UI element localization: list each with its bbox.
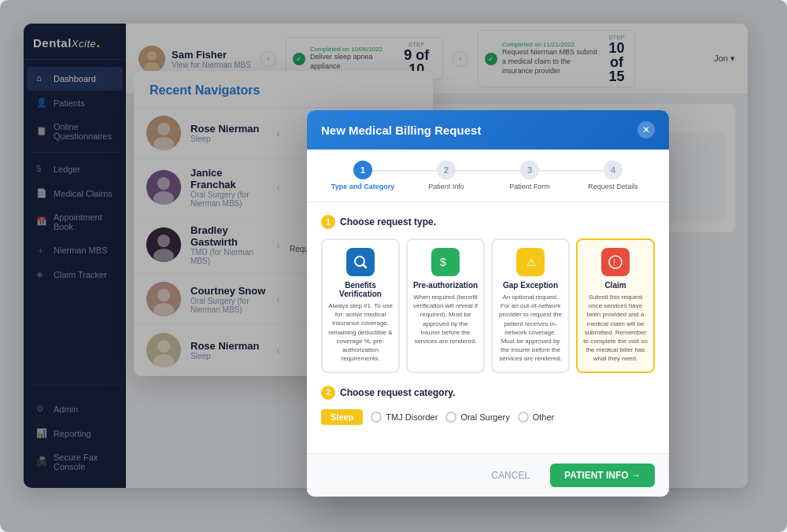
preauth-sub: When required (benefit verification will… [412, 293, 478, 345]
tmj-radio-circle [371, 412, 382, 423]
step-circle-3: 3 [520, 161, 539, 179]
dialog-header: New Medical Billing Request ✕ [307, 110, 669, 150]
step-label-4: Request Details [588, 183, 638, 190]
step-4: 4 Request Details [571, 161, 655, 190]
request-card-claim[interactable]: ! Claim Submit this request once service… [576, 238, 655, 373]
oral-surgery-radio[interactable]: Oral Surgery [445, 412, 509, 423]
category-section-label: 2 Choose request category. [321, 386, 655, 400]
step-1: 1 Type and Category [321, 161, 405, 190]
benefits-icon [346, 248, 375, 276]
other-radio[interactable]: Other [518, 412, 555, 423]
request-types-grid: Benefits Verification Always step #1. To… [321, 238, 655, 373]
other-radio-circle [518, 412, 529, 423]
step-circle-1: 1 [353, 161, 372, 179]
oral-surgery-label: Oral Surgery [460, 412, 509, 422]
svg-point-22 [609, 256, 622, 268]
step-label-2: Patient Info [428, 183, 464, 190]
claim-title: Claim [582, 281, 648, 290]
category-row: Sleep TMJ Disorder Oral Surgery Other [321, 409, 655, 425]
patient-info-button[interactable]: PATIENT INFO → [550, 464, 655, 487]
patient-info-label: PATIENT INFO → [564, 470, 641, 481]
benefits-sub: Always step #1. To use for: active medic… [327, 301, 394, 363]
request-type-label: Choose request type. [340, 216, 436, 227]
gap-icon: ⚠ [516, 248, 545, 276]
request-card-preauth[interactable]: $ Pre-authorization When required (benef… [406, 238, 485, 373]
other-label: Other [533, 412, 555, 422]
dialog-stepper: 1 Type and Category 2 Patient Info 3 Pat… [307, 150, 669, 202]
svg-text:⚠: ⚠ [527, 256, 537, 268]
cancel-button[interactable]: CANCEL [478, 464, 542, 487]
gap-sub: An optional request. For an out-of-netwo… [497, 293, 563, 364]
step-3: 3 Patient Form [488, 161, 571, 190]
medical-billing-dialog: New Medical Billing Request ✕ 1 Type and… [307, 110, 669, 497]
benefits-title: Benefits Verification [327, 281, 394, 298]
tmj-label: TMJ Disorder [386, 412, 438, 422]
gap-title: Gap Exception [497, 281, 563, 290]
request-card-gap[interactable]: ⚠ Gap Exception An optional request. For… [491, 238, 570, 373]
step-2: 2 Patient Info [405, 161, 488, 190]
step-circle-4: 4 [604, 161, 623, 179]
svg-line-19 [364, 265, 367, 268]
dialog-footer: CANCEL PATIENT INFO → [307, 453, 669, 497]
oral-surgery-radio-circle [445, 412, 456, 423]
svg-text:$: $ [440, 256, 446, 268]
tmj-radio[interactable]: TMJ Disorder [371, 412, 438, 423]
preauth-title: Pre-authorization [412, 281, 478, 290]
step-circle-2: 2 [437, 161, 456, 179]
dialog-body: 1 Choose request type. Benefits Verifica… [307, 202, 669, 453]
request-type-section-label: 1 Choose request type. [321, 215, 655, 229]
dialog-title: New Medical Billing Request [321, 124, 481, 137]
sleep-category-button[interactable]: Sleep [321, 409, 363, 425]
claim-icon: ! [601, 248, 630, 276]
request-card-benefits[interactable]: Benefits Verification Always step #1. To… [321, 238, 400, 373]
claim-sub: Submit this request once services have b… [582, 293, 648, 364]
step-label-3: Patient Form [509, 183, 550, 190]
category-label: Choose request category. [340, 387, 455, 398]
svg-text:!: ! [613, 258, 615, 267]
step-label-1: Type and Category [331, 183, 394, 190]
preauth-icon: $ [431, 248, 460, 276]
dialog-close-button[interactable]: ✕ [637, 121, 655, 139]
